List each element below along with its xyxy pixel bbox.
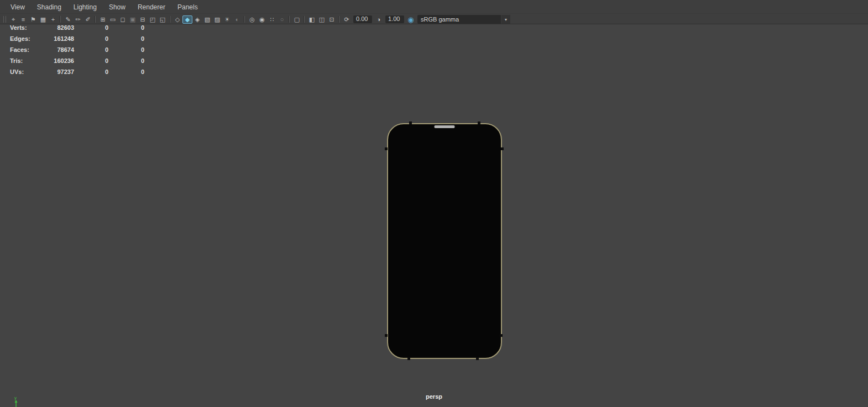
selection-corner-tick	[385, 334, 388, 337]
motion-blur-icon[interactable]: ◉	[257, 15, 267, 24]
smooth-shade-icon[interactable]: ◆	[182, 15, 192, 24]
perspective-viewport[interactable]: y x persp	[0, 25, 868, 407]
exposure-field[interactable]: 0.00	[353, 15, 372, 23]
toolbar-separator	[170, 16, 170, 23]
selection-corner-tick	[476, 357, 479, 360]
menu-panels[interactable]: Panels	[171, 0, 204, 14]
safe-title-icon[interactable]: ◱	[158, 15, 168, 24]
phone-speaker-slot	[435, 125, 455, 128]
selection-corner-tick	[407, 357, 410, 360]
toolbar-separator	[339, 16, 339, 23]
menu-lighting[interactable]: Lighting	[67, 0, 103, 14]
phone-model[interactable]	[387, 123, 502, 359]
view-transform-dropdown[interactable]: sRGB gamma ▼	[417, 15, 510, 24]
single-pane-icon[interactable]: ◧	[307, 15, 317, 24]
wireframe-on-shaded-icon[interactable]: ◈	[192, 15, 202, 24]
two-pane-icon[interactable]: ◫	[317, 15, 327, 24]
selection-corner-tick	[385, 147, 388, 150]
exposure-icon[interactable]: ⟳	[342, 15, 352, 24]
wireframe-icon[interactable]: ◇	[172, 15, 182, 24]
screen-space-ao-icon[interactable]: ◎	[247, 15, 257, 24]
use-default-material-icon[interactable]: ▨	[212, 15, 222, 24]
depth-of-field-icon[interactable]: ○	[277, 15, 287, 24]
gamma-field[interactable]: 1.00	[385, 15, 404, 23]
panel-menu-bar: View Shading Lighting Show Renderer Pane…	[0, 0, 868, 14]
shadows-icon[interactable]: ◐	[232, 15, 242, 24]
view-transform-value: sRGB gamma	[417, 15, 501, 24]
menu-shading[interactable]: Shading	[31, 0, 67, 14]
selection-corner-tick	[500, 334, 503, 337]
toolbar-separator	[304, 16, 305, 23]
safe-action-icon[interactable]: ◰	[148, 15, 158, 24]
use-all-lights-icon[interactable]: ☀	[222, 15, 232, 24]
toolbar-separator	[289, 16, 290, 23]
outliner-pane-icon[interactable]: ⊡	[327, 15, 337, 24]
menu-renderer[interactable]: Renderer	[132, 0, 171, 14]
selection-corner-tick	[409, 121, 412, 124]
color-management-icon[interactable]: ◉	[406, 15, 416, 24]
menu-show[interactable]: Show	[103, 0, 132, 14]
toolbar-separator	[244, 16, 245, 23]
camera-name-label: persp	[0, 393, 868, 400]
selection-corner-tick	[478, 121, 480, 124]
isolate-select-icon[interactable]: ▢	[292, 15, 302, 24]
selection-corner-tick	[501, 147, 504, 150]
dropdown-arrow-icon[interactable]: ▼	[501, 15, 510, 24]
textured-icon[interactable]: ▧	[202, 15, 212, 24]
gamma-icon[interactable]: ◑	[374, 15, 384, 24]
menu-view[interactable]: View	[4, 0, 31, 14]
multisample-icon[interactable]: ∷	[267, 15, 277, 24]
